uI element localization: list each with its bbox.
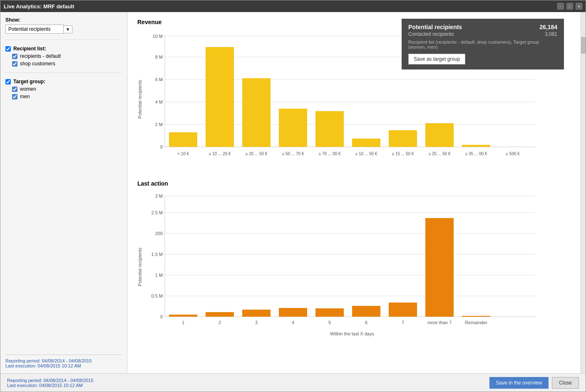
- svg-text:2.5 M: 2.5 M: [151, 210, 163, 215]
- women-checkbox[interactable]: [12, 87, 17, 92]
- svg-text:0: 0: [160, 144, 163, 149]
- bottom-reporting-period: 04/08/2014 - 04/08/2015: [43, 378, 93, 383]
- dropdown-arrow-button[interactable]: ▼: [64, 25, 72, 33]
- shop-customers-checkbox[interactable]: [12, 61, 17, 67]
- last-action-bar-6: [352, 306, 380, 317]
- potential-recipients-label: Potential recipients: [408, 24, 462, 30]
- svg-text:2 M: 2 M: [155, 122, 163, 127]
- main-window: Live Analytics: MRF default − □ ✕ Show: …: [0, 0, 586, 392]
- recipient-list-checkbox[interactable]: [5, 46, 11, 52]
- execution-date: 04/08/2015 10:12 AM: [37, 363, 81, 368]
- info-box-description: Recipient list (recipients - default, sh…: [408, 40, 557, 50]
- last-action-bar-3: [242, 310, 271, 317]
- dropdown-wrapper: Potential recipients Contacted recipient…: [5, 25, 122, 34]
- window-controls: − □ ✕: [557, 3, 582, 10]
- svg-text:1: 1: [182, 320, 184, 325]
- content-area: Potential recipients 26,184 Contacted re…: [127, 12, 581, 373]
- svg-text:7: 7: [402, 320, 404, 325]
- svg-text:2: 2: [219, 320, 221, 325]
- revenue-bar-8: [425, 123, 454, 147]
- reporting-period-line: Reporting period: 04/08/2014 - 04/08/201…: [5, 358, 122, 363]
- svg-text:3 M: 3 M: [155, 194, 163, 198]
- bottom-bar: Reporting period: 04/08/2014 - 04/08/201…: [0, 373, 586, 392]
- svg-text:≥ 70 ... 00 €: ≥ 70 ... 00 €: [319, 151, 341, 156]
- revenue-bar-3: [242, 78, 271, 147]
- titlebar: Live Analytics: MRF default − □ ✕: [0, 0, 586, 12]
- last-action-bar-2: [206, 312, 234, 317]
- women-label: women: [20, 86, 36, 92]
- main-layout: Show: Potential recipients Contacted rec…: [0, 12, 586, 373]
- svg-text:6: 6: [365, 320, 367, 325]
- svg-text:0.5 M: 0.5 M: [151, 293, 163, 298]
- recipient-default-item: recipients - default: [12, 53, 122, 59]
- last-action-chart-wrapper: Potential recipients 0 0.5 M 1 M 1.5 M: [137, 192, 571, 342]
- recipient-list-label: Recipient list:: [13, 46, 46, 52]
- svg-text:Within the last X days: Within the last X days: [330, 331, 374, 336]
- potential-recipients-row: Potential recipients 26,184: [408, 24, 557, 30]
- bottom-reporting-line: Reporting period: 04/08/2014 - 04/08/201…: [7, 378, 93, 383]
- svg-text:6 M: 6 M: [155, 77, 163, 82]
- revenue-bar-1: [169, 132, 197, 147]
- show-label: Show:: [5, 17, 122, 23]
- close-button[interactable]: Close: [552, 377, 579, 389]
- svg-text:< 10 €: < 10 €: [177, 151, 189, 156]
- svg-text:3: 3: [255, 320, 258, 325]
- contacted-recipients-label: Contacted recipients: [408, 31, 454, 37]
- bottom-reporting-prefix: Reporting period:: [7, 378, 43, 383]
- men-item: men: [12, 94, 122, 99]
- last-action-bar-remainder: [462, 316, 490, 317]
- svg-text:≥ 35 ... 00 €: ≥ 35 ... 00 €: [465, 151, 487, 156]
- men-checkbox[interactable]: [12, 94, 17, 99]
- last-action-bar-1: [169, 315, 197, 317]
- show-dropdown[interactable]: Potential recipients Contacted recipient…: [5, 25, 64, 34]
- recipient-list-header: Recipient list:: [5, 46, 122, 52]
- sidebar: Show: Potential recipients Contacted rec…: [0, 12, 127, 373]
- minimize-button[interactable]: −: [557, 3, 564, 10]
- revenue-bar-9: [462, 145, 490, 147]
- svg-text:5: 5: [328, 320, 331, 325]
- svg-text:0: 0: [160, 314, 163, 319]
- bottom-buttons: Save in the overview Close: [489, 377, 579, 389]
- last-action-chart-section: Last action Potential recipients 0 0.5 M: [137, 180, 571, 342]
- contacted-recipients-row: Contacted recipients 3,081: [408, 31, 557, 37]
- bottom-execution-line: Last execution: 04/08/2015 10:12 AM: [7, 383, 93, 388]
- last-action-y-label-container: Potential recipients: [137, 192, 142, 342]
- revenue-y-axis-label: Potential recipients: [137, 80, 142, 119]
- svg-text:≥ 50 ... 70 €: ≥ 50 ... 70 €: [282, 151, 304, 156]
- show-section: Show: Potential recipients Contacted rec…: [5, 17, 122, 34]
- divider-2: [5, 72, 122, 73]
- reporting-prefix: Reporting period:: [5, 358, 42, 363]
- scrollbar-thumb[interactable]: [581, 37, 586, 54]
- svg-text:more than 7: more than 7: [427, 320, 452, 325]
- last-action-bar-5: [315, 308, 344, 317]
- potential-recipients-value: 26,184: [539, 24, 557, 30]
- last-action-bar-more-than-7: [425, 218, 454, 317]
- svg-text:4: 4: [292, 320, 294, 325]
- svg-text:1 M: 1 M: [155, 273, 163, 278]
- scrollbar[interactable]: [581, 12, 586, 373]
- last-action-chart-svg: 0 0.5 M 1 M 1.5 M 200 2.5 M 3 M: [144, 192, 539, 342]
- svg-text:Remainder: Remainder: [465, 320, 487, 325]
- shop-customers-label: shop customers: [20, 61, 55, 67]
- bottom-execution-prefix: Last execution:: [7, 383, 39, 388]
- restore-icon: □: [569, 4, 571, 9]
- svg-text:≥ 500 €: ≥ 500 €: [506, 151, 520, 156]
- divider-1: [5, 40, 122, 40]
- target-group-label: Target group:: [13, 79, 45, 84]
- bottom-execution-date: 04/08/2015 10:12 AM: [39, 383, 83, 388]
- save-in-overview-button[interactable]: Save in the overview: [489, 377, 549, 389]
- svg-text:≥ 20 ... 50 €: ≥ 20 ... 50 €: [246, 151, 268, 156]
- close-icon: ✕: [577, 4, 581, 9]
- recipient-default-checkbox[interactable]: [12, 54, 17, 59]
- save-as-target-group-button[interactable]: Save as target group: [408, 54, 465, 65]
- last-action-y-axis-label: Potential recipients: [137, 248, 142, 286]
- revenue-bar-7: [389, 130, 417, 147]
- info-box: Potential recipients 26,184 Contacted re…: [402, 19, 564, 69]
- revenue-bar-6: [352, 139, 380, 147]
- recipient-list-section: Recipient list: recipients - default sho…: [5, 46, 122, 67]
- restore-button[interactable]: □: [566, 3, 573, 10]
- shop-customers-item: shop customers: [12, 61, 122, 67]
- revenue-bar-2: [206, 47, 234, 147]
- target-group-checkbox[interactable]: [5, 79, 11, 84]
- close-window-button[interactable]: ✕: [576, 3, 582, 10]
